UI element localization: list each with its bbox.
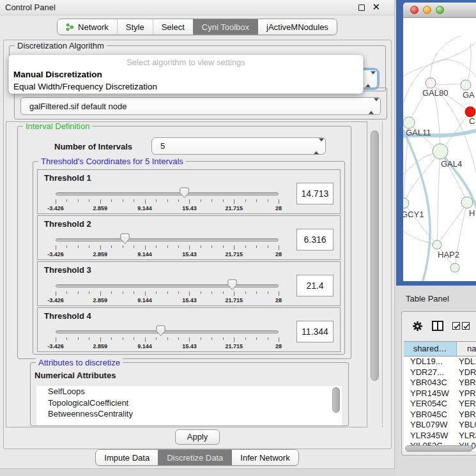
table-header-row: shared… na <box>404 341 476 357</box>
slider-thumb[interactable] <box>227 279 237 290</box>
table-row[interactable]: YBR045CYBR0 <box>404 410 476 420</box>
network-node-ga[interactable] <box>461 80 471 90</box>
column-header-shared-name[interactable]: shared… <box>404 342 457 356</box>
network-node-gal4[interactable] <box>433 144 448 159</box>
slider-track[interactable] <box>56 284 279 288</box>
tick-mark <box>211 337 212 340</box>
slider-track[interactable] <box>56 238 279 242</box>
list-scrollbar[interactable] <box>332 387 340 413</box>
tick-mark <box>245 199 246 202</box>
attribute-list-item[interactable]: SelfLoops <box>36 386 342 397</box>
network-canvas[interactable]: GAL80GACGAL11GAL4GCY1HHAP2 <box>403 18 476 281</box>
threshold-value-field[interactable]: 6.316 <box>296 229 334 250</box>
number-of-intervals-spinner[interactable]: 5 <box>151 137 326 155</box>
slider-thumb[interactable] <box>180 187 189 198</box>
network-edge[interactable] <box>403 43 475 79</box>
tick-mark <box>89 337 89 340</box>
table-row[interactable]: YER054CYER0 <box>404 399 476 410</box>
number-of-intervals-label: Number of Intervals <box>54 142 132 151</box>
network-node-gcy1[interactable] <box>403 198 409 208</box>
float-window-icon[interactable] <box>358 4 365 11</box>
popup-item-equal-width-frequency[interactable]: Equal Width/Frequency Discretization <box>9 81 363 93</box>
threshold-panel: Threshold 2-3.4262.8599.14415.4321.71528… <box>37 215 341 260</box>
tab-network[interactable]: Network <box>58 19 117 35</box>
table-h-scrollbar[interactable] <box>404 445 476 453</box>
network-node-label: HAP2 <box>438 250 459 259</box>
checkbox-icon[interactable] <box>462 322 470 330</box>
close-icon[interactable]: ✕ <box>372 1 380 13</box>
table-row[interactable]: YLR345WYLR3 <box>404 431 476 441</box>
table-row[interactable]: YDL19...YDL1 <box>404 357 476 367</box>
network-edge[interactable] <box>437 151 440 245</box>
settings-scrollbar[interactable] <box>367 121 383 427</box>
network-node-label: GA <box>463 90 475 100</box>
threshold-slider[interactable]: -3.4262.8599.14415.4321.71528 <box>56 233 279 259</box>
apply-button[interactable]: Apply <box>175 429 220 445</box>
tick-mark <box>156 245 157 248</box>
network-edge[interactable] <box>466 43 471 85</box>
tick-mark <box>178 291 179 294</box>
tick-mark <box>279 337 279 342</box>
tick-mark <box>223 199 224 202</box>
tab-cyni-toolbox[interactable]: Cyni Toolbox <box>193 19 257 35</box>
threshold-value-field[interactable]: 14.713 <box>296 183 334 204</box>
popup-item-manual-discretization[interactable]: Manual Discretization <box>9 68 363 81</box>
slider-tick-labels: -3.4262.8599.14415.4321.71528 <box>56 205 279 212</box>
table-data-combobox[interactable]: galFiltered.sif default node <box>20 97 381 115</box>
attribute-list-item[interactable]: BetweennessCentrality <box>36 408 342 420</box>
column-header-name[interactable]: na <box>457 342 476 356</box>
threshold-value-field[interactable]: 11.344 <box>296 321 334 342</box>
network-node[interactable] <box>450 263 459 272</box>
slider-track[interactable] <box>56 192 279 196</box>
network-edge[interactable] <box>403 229 437 245</box>
gear-icon[interactable] <box>412 321 423 332</box>
tab-jactivemnodules[interactable]: jActiveMNodules <box>257 19 337 35</box>
tick-mark <box>268 337 268 340</box>
settings-scroll-area: Interval Definition Number of Intervals … <box>6 121 367 427</box>
slider-track[interactable] <box>56 330 279 334</box>
network-node-hap2[interactable] <box>433 240 441 249</box>
tab-select[interactable]: Select <box>153 19 193 35</box>
threshold-slider[interactable]: -3.4262.8599.14415.4321.71528 <box>56 325 279 351</box>
scrollbar-thumb[interactable] <box>371 130 379 381</box>
table-row[interactable]: YPR145WYPR1 <box>404 388 476 399</box>
tab-impute-data[interactable]: Impute Data <box>96 450 158 465</box>
threshold-slider[interactable]: -3.4262.8599.14415.4321.71528 <box>56 187 279 213</box>
network-node-gal80[interactable] <box>426 78 436 88</box>
node-table: shared… na YDL19...YDL1YDR27...YDR2YBR04… <box>404 341 476 455</box>
threshold-slider[interactable]: -3.4262.8599.14415.4321.71528 <box>56 279 279 305</box>
network-node-gal11[interactable] <box>403 117 415 128</box>
zoom-green-icon[interactable] <box>436 6 444 14</box>
tick-mark <box>100 245 101 250</box>
cell-name: YLR3 <box>457 431 476 441</box>
table-row[interactable]: YDR27...YDR2 <box>404 367 476 378</box>
tick-mark <box>211 291 212 294</box>
table-row[interactable]: YBR043CYBR0 <box>404 378 476 388</box>
tick-mark <box>78 291 79 294</box>
network-node-label: GAL80 <box>422 88 448 98</box>
tick-mark <box>134 291 134 294</box>
checkbox-icon[interactable] <box>452 322 460 330</box>
threshold-label: Threshold 1 <box>44 173 91 183</box>
threshold-value-field[interactable]: 21.4 <box>296 275 334 296</box>
network-node-c[interactable] <box>465 107 475 117</box>
slider-ticks <box>56 245 279 250</box>
columns-icon[interactable] <box>432 321 443 331</box>
table-row[interactable]: YBL079WYBL0 <box>404 420 476 431</box>
network-node-h[interactable] <box>461 197 473 208</box>
scrollbar-thumb[interactable] <box>405 445 473 452</box>
attribute-list-item[interactable]: TopologicalCoefficient <box>36 397 342 409</box>
numerical-attributes-list: SelfLoopsTopologicalCoefficientBetweenne… <box>36 386 342 426</box>
cell-shared-name: YBL079W <box>404 420 457 431</box>
tab-infer-network[interactable]: Infer Network <box>231 450 298 465</box>
tick-mark <box>201 199 201 202</box>
tab-discretize-data[interactable]: Discretize Data <box>158 450 231 465</box>
close-red-icon[interactable] <box>410 6 418 14</box>
spinner-value: 5 <box>160 141 165 151</box>
network-view-frame: GAL80GACGAL11GAL4GCY1HHAP2 <box>396 0 476 286</box>
slider-thumb[interactable] <box>120 233 130 244</box>
tab-style[interactable]: Style <box>117 19 153 35</box>
minimize-yellow-icon[interactable] <box>423 6 431 14</box>
cyni-toolbox-panel: Discretization Algorithm Select algorith… <box>3 40 392 449</box>
slider-thumb[interactable] <box>156 325 165 336</box>
